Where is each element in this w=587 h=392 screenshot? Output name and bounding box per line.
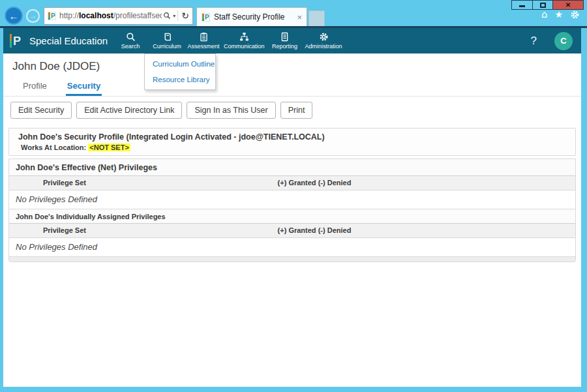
- back-arrow-icon: ←: [9, 10, 19, 22]
- page-tabs: Profile Security: [3, 78, 581, 97]
- privilege-set-column-header: Privilege Set: [9, 179, 86, 187]
- assigned-privileges-heading: John Doe's Individually Assigned Privile…: [9, 209, 575, 224]
- nav-label: Assessment: [187, 43, 219, 50]
- menu-item-resource-library[interactable]: Resource Library: [145, 72, 215, 87]
- nav-item-search[interactable]: Search: [112, 32, 149, 50]
- app-nav: Search Curriculum Assessment Communicati…: [112, 28, 344, 53]
- works-at-location-value: <NOT SET>: [88, 143, 130, 151]
- user-avatar[interactable]: C: [554, 32, 573, 50]
- menu-item-curriculum-outline[interactable]: Curriculum Outline: [145, 56, 215, 72]
- browser-back-button[interactable]: ←: [5, 7, 23, 25]
- window-minimize-button[interactable]: [511, 0, 533, 10]
- nav-label: Curriculum: [153, 43, 181, 50]
- nav-item-reporting[interactable]: Reporting: [267, 32, 303, 50]
- assigned-privileges-header-row: Privilege Set (+) Granted (-) Denied: [9, 224, 575, 238]
- browser-settings-gear-icon[interactable]: [570, 10, 580, 20]
- nav-item-administration[interactable]: Administration: [303, 32, 344, 50]
- favicon-letter: P: [204, 14, 209, 21]
- url-path: /profilestaffsecurity.a: [113, 11, 162, 20]
- action-buttons: Edit Security Edit Active Directory Link…: [3, 97, 581, 119]
- site-favicon: P: [48, 12, 56, 20]
- search-icon: [126, 32, 136, 42]
- page-title: John Doe (JDOE): [12, 60, 581, 73]
- effective-privileges-empty-row: No Privileges Defined: [9, 190, 575, 209]
- works-at-location-label: Works At Location:: [21, 143, 86, 151]
- home-icon[interactable]: ⌂: [541, 8, 548, 20]
- forward-arrow-icon: →: [29, 11, 37, 20]
- tab-security[interactable]: Security: [66, 78, 102, 96]
- url-text[interactable]: http://localhost/profilestaffsecurity.a: [59, 11, 162, 20]
- url-prefix: http://: [59, 11, 79, 20]
- works-at-location-line: Works At Location: <NOT SET>: [18, 143, 569, 151]
- favicon-letter: P: [50, 12, 55, 20]
- assigned-privileges-empty-row: No Privileges Defined: [9, 238, 575, 257]
- window-controls: ✕: [511, 0, 584, 10]
- tab-profile[interactable]: Profile: [22, 78, 48, 96]
- product-name: Special Education: [29, 35, 108, 46]
- nav-item-curriculum[interactable]: Curriculum: [149, 32, 185, 50]
- edit-active-directory-link-button[interactable]: Edit Active Directory Link: [76, 102, 182, 119]
- address-bar[interactable]: P http://localhost/profilestaffsecurity.…: [44, 7, 193, 25]
- granted-denied-column-header: (+) Granted (-) Denied: [86, 179, 543, 187]
- url-host: localhost: [79, 11, 113, 20]
- communication-sitemap-icon: [239, 32, 249, 42]
- maximize-icon: [540, 3, 546, 8]
- help-button[interactable]: ?: [531, 35, 537, 48]
- effective-privileges-header-row: Privilege Set (+) Granted (-) Denied: [9, 176, 575, 190]
- app-logo[interactable]: P: [10, 34, 21, 48]
- window-close-button[interactable]: ✕: [553, 0, 584, 10]
- page-viewport: P Special Education Search Curriculum As…: [3, 28, 581, 387]
- privileges-panel: John Doe's Effective (Net) Privileges Pr…: [8, 158, 576, 262]
- window-maximize-button[interactable]: [533, 0, 553, 10]
- window-close-icon: ✕: [565, 1, 571, 8]
- browser-forward-button[interactable]: →: [26, 9, 40, 23]
- search-icon[interactable]: [163, 12, 171, 20]
- effective-privileges-heading: John Doe's Effective (Net) Privileges: [9, 159, 575, 176]
- minimize-icon: [519, 5, 525, 7]
- nav-label: Search: [121, 43, 140, 50]
- privilege-set-column-header: Privilege Set: [9, 226, 86, 234]
- app-header: P Special Education Search Curriculum As…: [3, 28, 581, 53]
- nav-item-communication[interactable]: Communication: [222, 32, 267, 50]
- tab-title: Staff Security Profile: [214, 12, 297, 22]
- reporting-document-icon: [280, 32, 290, 42]
- curriculum-dropdown-menu: Curriculum Outline Resource Library: [144, 53, 216, 90]
- security-profile-summary: John Doe's Security Profile (Integrated …: [8, 128, 576, 156]
- header-right: ? C: [531, 28, 573, 53]
- assessment-clipboard-icon: [199, 32, 209, 42]
- search-dropdown-icon[interactable]: ▾: [173, 13, 175, 19]
- favorites-star-icon[interactable]: ★: [554, 9, 563, 20]
- nav-label: Reporting: [272, 43, 297, 50]
- administration-gear-icon: [319, 32, 329, 42]
- browser-toolbar-icons: ⌂ ★: [541, 8, 580, 20]
- nav-label: Administration: [305, 43, 342, 50]
- edit-security-button[interactable]: Edit Security: [10, 102, 72, 119]
- address-bar-icons: ▾ ↻: [163, 10, 189, 21]
- sign-in-as-this-user-button[interactable]: Sign In as This User: [187, 102, 275, 119]
- granted-denied-column-header: (+) Granted (-) Denied: [86, 226, 543, 234]
- tab-close-icon[interactable]: ×: [297, 12, 302, 22]
- browser-tab[interactable]: P Staff Security Profile ×: [196, 7, 307, 26]
- tab-favicon: P: [202, 13, 210, 22]
- print-button[interactable]: Print: [280, 102, 313, 119]
- logo-stripe: [10, 34, 12, 48]
- panel-footer-bar: [9, 257, 575, 262]
- curriculum-book-icon: [162, 32, 172, 42]
- browser-chrome: ← → P http://localhost/profilestaffsecur…: [0, 5, 587, 26]
- security-profile-title: John Doe's Security Profile (Integrated …: [18, 132, 569, 142]
- nav-item-assessment[interactable]: Assessment: [185, 32, 222, 50]
- refresh-icon[interactable]: ↻: [177, 10, 189, 21]
- logo-letter: P: [13, 35, 21, 47]
- nav-label: Communication: [224, 43, 265, 50]
- new-tab-button[interactable]: [309, 10, 325, 26]
